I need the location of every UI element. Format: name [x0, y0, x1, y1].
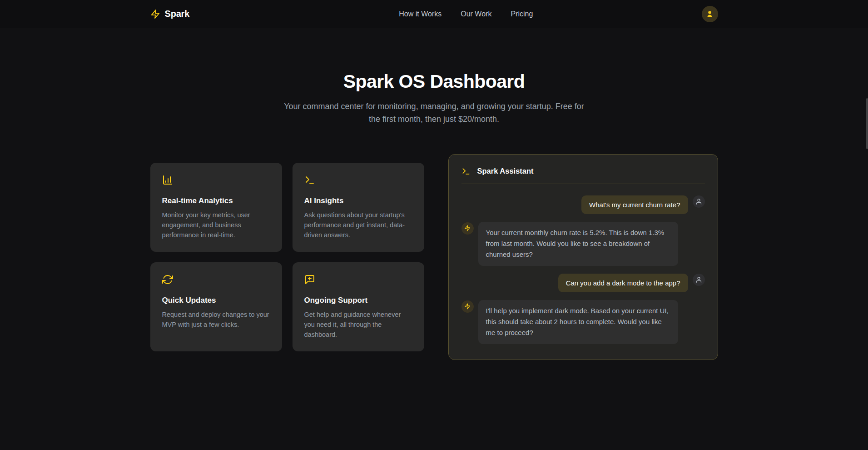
assistant-title: Spark Assistant — [477, 167, 534, 175]
assistant-avatar — [461, 222, 474, 235]
bar-chart-icon — [162, 175, 270, 187]
account-avatar-button[interactable] — [702, 6, 718, 22]
feature-title: Ongoing Support — [304, 296, 412, 305]
brand-name: Spark — [165, 9, 190, 19]
nav-link-our-work[interactable]: Our Work — [461, 10, 491, 18]
feature-title: Quick Updates — [162, 296, 270, 305]
feature-title: Real-time Analytics — [162, 196, 270, 205]
chat-message-assistant: I'll help you implement dark mode. Based… — [461, 300, 705, 344]
assistant-avatar — [461, 300, 474, 313]
user-icon — [695, 198, 702, 205]
feature-description: Get help and guidance whenever you need … — [304, 310, 412, 340]
user-avatar — [693, 274, 705, 286]
nav-link-pricing[interactable]: Pricing — [511, 10, 533, 18]
page-title: Spark OS Dashboard — [0, 71, 868, 92]
terminal-icon — [304, 175, 412, 187]
nav-links: How it Works Our Work Pricing — [399, 10, 533, 18]
brand-logo[interactable]: Spark — [150, 9, 190, 19]
user-message-bubble: Can you add a dark mode to the app? — [558, 274, 688, 292]
feature-card-ai-insights: AI Insights Ask questions about your sta… — [293, 163, 424, 252]
features-grid: Real-time Analytics Monitor your key met… — [150, 163, 424, 351]
terminal-icon — [461, 167, 471, 176]
chat-message-user: What's my current churn rate? — [461, 195, 705, 214]
refresh-icon — [162, 274, 270, 287]
feature-description: Monitor your key metrics, user engagemen… — [162, 210, 270, 240]
spark-assistant-panel: Spark Assistant What's my current churn … — [448, 154, 718, 360]
feature-card-real-time-analytics: Real-time Analytics Monitor your key met… — [150, 163, 282, 252]
navbar-inner: Spark How it Works Our Work Pricing — [150, 0, 718, 28]
assistant-message-bubble: I'll help you implement dark mode. Based… — [478, 300, 678, 344]
feature-title: AI Insights — [304, 196, 412, 205]
user-icon — [695, 276, 702, 283]
assistant-message-bubble: Your current monthly churn rate is 5.2%.… — [478, 222, 678, 266]
scrollbar-thumb[interactable] — [866, 98, 868, 149]
assistant-header: Spark Assistant — [461, 167, 705, 184]
feature-description: Ask questions about your startup's perfo… — [304, 210, 412, 240]
chat-message-user: Can you add a dark mode to the app? — [461, 274, 705, 292]
user-message-bubble: What's my current churn rate? — [581, 195, 688, 214]
zap-icon — [464, 303, 471, 310]
zap-icon — [464, 225, 471, 231]
user-avatar — [693, 195, 705, 208]
feature-description: Request and deploy changes to your MVP w… — [162, 310, 270, 330]
feature-card-ongoing-support: Ongoing Support Get help and guidance wh… — [293, 262, 424, 351]
hero-subtitle: Your command center for monitoring, mana… — [278, 100, 591, 126]
feature-card-quick-updates: Quick Updates Request and deploy changes… — [150, 262, 282, 351]
spark-zap-icon — [150, 9, 160, 19]
page-scrollbar — [866, 0, 868, 450]
nav-link-how-it-works[interactable]: How it Works — [399, 10, 441, 18]
assistant-messages: What's my current churn rate? Your curre… — [461, 195, 705, 344]
message-square-plus-icon — [304, 274, 412, 287]
content-row: Real-time Analytics Monitor your key met… — [150, 154, 718, 360]
navbar: Spark How it Works Our Work Pricing — [0, 0, 868, 28]
hero-section: Spark OS Dashboard Your command center f… — [0, 28, 868, 126]
chat-message-assistant: Your current monthly churn rate is 5.2%.… — [461, 222, 705, 266]
user-icon — [705, 10, 714, 18]
